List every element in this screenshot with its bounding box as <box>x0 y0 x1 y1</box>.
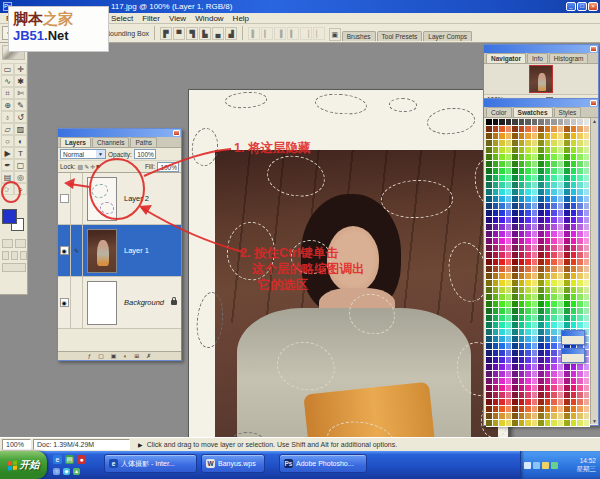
layer-thumbnail[interactable] <box>87 281 117 325</box>
tray-network-icon[interactable] <box>533 462 540 469</box>
swatches-scrollbar[interactable]: ▲ ▼ <box>590 118 598 424</box>
clone-stamp-tool-icon[interactable]: ♁ <box>1 111 14 123</box>
history-brush-tool-icon[interactable]: ↺ <box>14 111 27 123</box>
menu-view[interactable]: View <box>169 14 186 23</box>
layer-thumbnail[interactable] <box>87 229 117 273</box>
document-canvas[interactable] <box>188 89 509 474</box>
brush-tool-icon[interactable]: ✎ <box>14 99 27 111</box>
quicklaunch-icon[interactable]: ◆ <box>63 468 70 475</box>
tab-swatches[interactable]: Swatches <box>513 107 553 117</box>
tab-color[interactable]: Color <box>486 107 512 117</box>
layer-name[interactable]: Layer 1 <box>121 225 181 276</box>
type-tool-icon[interactable]: T <box>14 147 27 159</box>
menu-help[interactable]: Help <box>233 14 249 23</box>
tab-layers[interactable]: Layers <box>60 137 91 147</box>
tab-layer-comps[interactable]: Layer Comps <box>423 31 472 41</box>
tray-antivirus-icon[interactable] <box>551 462 558 469</box>
healing-brush-tool-icon[interactable]: ⊕ <box>1 99 14 111</box>
standard-mode-button[interactable] <box>2 239 13 248</box>
menu-select[interactable]: Select <box>111 14 133 23</box>
task-button-wps[interactable]: W Banyus.wps <box>201 454 265 473</box>
start-button[interactable]: 开始 <box>0 451 47 479</box>
minimize-button[interactable]: _ <box>566 2 576 11</box>
lock-image-icon[interactable]: ✎ <box>84 163 89 170</box>
lock-all-icon[interactable]: ■ <box>96 163 100 170</box>
lock-position-icon[interactable]: ✛ <box>90 163 95 170</box>
tab-navigator[interactable]: Navigator <box>486 53 526 63</box>
layer-name[interactable]: Layer 2 <box>121 173 181 224</box>
task-button-browser[interactable]: e 人体摄影 - Inter... <box>104 454 197 473</box>
align-top-icon[interactable]: ▛ <box>160 27 172 40</box>
standard-screen-button[interactable] <box>2 251 9 260</box>
layer-thumbnail[interactable] <box>87 177 117 221</box>
tray-volume-icon[interactable] <box>524 462 531 469</box>
imageready-button[interactable] <box>2 263 26 272</box>
tab-brushes[interactable]: Brushes <box>342 31 376 41</box>
rectangular-marquee-tool-icon[interactable]: ▭ <box>1 63 14 75</box>
desktop-quicklaunch-icon[interactable]: ▤ <box>65 455 74 464</box>
hand-tool-icon[interactable]: ☞ <box>1 183 14 195</box>
fullscreen-menubar-button[interactable] <box>11 251 18 260</box>
move-tool-icon[interactable]: ✛ <box>14 63 27 75</box>
close-icon[interactable] <box>590 100 597 106</box>
layer-row-layer1[interactable]: ◉ ✎ Layer 1 <box>58 225 181 277</box>
align-right-icon[interactable]: ▟ <box>225 27 237 40</box>
visibility-eye-icon[interactable]: ◉ <box>60 246 69 255</box>
close-icon[interactable] <box>173 130 180 136</box>
blend-mode-dropdown[interactable]: Normal ▼ <box>60 149 106 159</box>
zoom-field[interactable]: 100% <box>2 439 31 450</box>
eyedropper-tool-icon[interactable]: ◎ <box>14 171 27 183</box>
align-vcenter-icon[interactable]: ▀ <box>173 27 185 40</box>
align-hcenter-icon[interactable]: ▄ <box>212 27 224 40</box>
lasso-tool-icon[interactable]: ∿ <box>1 75 14 87</box>
file-browser-icon[interactable]: ▣ <box>329 28 341 41</box>
tab-histogram[interactable]: Histogram <box>549 53 589 63</box>
collapsed-palette-2[interactable] <box>561 348 585 363</box>
fullscreen-button[interactable] <box>20 251 27 260</box>
collapsed-palette-1[interactable] <box>561 330 585 345</box>
slice-tool-icon[interactable]: ✄ <box>14 87 27 99</box>
tab-channels[interactable]: Channels <box>92 137 129 147</box>
media-quicklaunch-icon[interactable]: ● <box>77 455 86 464</box>
layer-mask-icon[interactable]: ▢ <box>98 352 104 360</box>
opacity-field[interactable]: 100% <box>134 149 156 159</box>
adjustment-layer-icon[interactable]: ◐ <box>124 352 128 360</box>
visibility-eye-icon[interactable]: ◉ <box>60 298 69 307</box>
doc-size-field[interactable]: Doc: 1.39M/4.29M <box>33 439 130 450</box>
dodge-tool-icon[interactable]: ◐ <box>14 135 27 147</box>
path-selection-tool-icon[interactable]: ▶ <box>1 147 14 159</box>
navigator-titlebar[interactable] <box>484 45 598 53</box>
gradient-tool-icon[interactable]: ▨ <box>14 123 27 135</box>
zoom-tool-icon[interactable]: ⌕ <box>14 183 27 195</box>
menu-window[interactable]: Window <box>195 14 223 23</box>
lock-transparency-icon[interactable]: ▨ <box>78 163 84 170</box>
tab-styles[interactable]: Styles <box>554 107 582 117</box>
fill-field[interactable]: 100% <box>157 162 179 172</box>
tray-im-icon[interactable] <box>542 462 549 469</box>
tab-tool-presets[interactable]: Tool Presets <box>377 31 423 41</box>
foreground-color-swatch[interactable] <box>2 209 17 224</box>
new-layer-icon[interactable]: ⊞ <box>134 352 139 360</box>
tab-paths[interactable]: Paths <box>130 137 157 147</box>
tray-clock[interactable]: 14:52 星期三 <box>577 457 600 473</box>
layer-effects-icon[interactable]: ƒ <box>88 352 91 360</box>
quick-mask-button[interactable] <box>15 239 26 248</box>
pen-tool-icon[interactable]: ✒ <box>1 159 14 171</box>
scroll-down-icon[interactable]: ▼ <box>592 418 597 424</box>
restore-button[interactable]: □ <box>577 2 587 11</box>
close-button[interactable]: × <box>588 2 598 11</box>
quicklaunch-icon[interactable]: ≈ <box>53 468 60 475</box>
magic-wand-tool-icon[interactable]: ✱ <box>14 75 27 87</box>
ie-quicklaunch-icon[interactable]: e <box>53 455 62 464</box>
eraser-tool-icon[interactable]: ▱ <box>1 123 14 135</box>
layer-set-icon[interactable]: ▣ <box>111 352 117 360</box>
shape-tool-icon[interactable]: ▢ <box>14 159 27 171</box>
visibility-checkbox-empty[interactable] <box>60 194 69 203</box>
blur-tool-icon[interactable]: ○ <box>1 135 14 147</box>
layer-row-layer2[interactable]: Layer 2 <box>58 173 181 225</box>
notes-tool-icon[interactable]: ▤ <box>1 171 14 183</box>
quicklaunch-icon[interactable]: ▲ <box>73 468 80 475</box>
menu-filter[interactable]: Filter <box>142 14 160 23</box>
swatches-titlebar[interactable] <box>484 99 598 107</box>
delete-layer-icon[interactable]: ✗ <box>146 352 151 360</box>
